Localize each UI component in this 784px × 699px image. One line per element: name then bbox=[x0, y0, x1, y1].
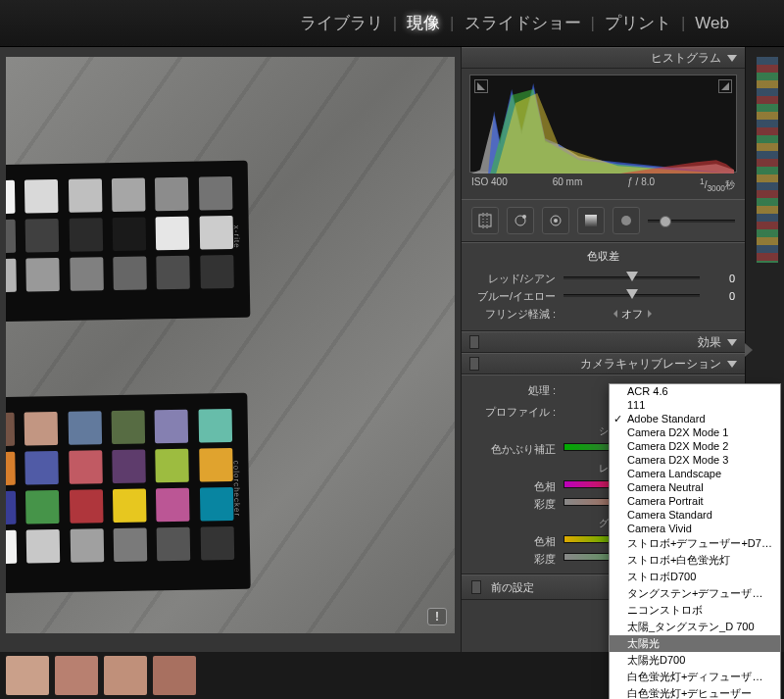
color-patch bbox=[69, 450, 103, 484]
color-patch bbox=[198, 409, 232, 443]
graduated-filter-icon[interactable] bbox=[577, 207, 605, 234]
color-patch bbox=[6, 413, 15, 447]
blue-yellow-value: 0 bbox=[708, 290, 735, 302]
filmstrip-thumb[interactable] bbox=[153, 656, 196, 695]
panel-toggle-icon[interactable] bbox=[469, 357, 479, 371]
red-sat-label: 彩度 bbox=[471, 497, 556, 512]
brush-size-slider[interactable] bbox=[648, 220, 735, 223]
neutral-patch bbox=[25, 219, 60, 253]
module-nav: ライブラリ | 現像 | スライドショー | プリント | Web bbox=[0, 0, 784, 47]
color-patch bbox=[25, 490, 60, 524]
panel-toggle-icon[interactable] bbox=[471, 580, 481, 594]
nav-sep: | bbox=[677, 14, 689, 33]
svg-rect-0 bbox=[479, 215, 491, 226]
profile-option[interactable]: 白色蛍光灯+デヒューザー bbox=[610, 685, 780, 699]
neutral-patch bbox=[6, 180, 15, 215]
color-patch bbox=[26, 529, 61, 564]
expand-chevron-icon[interactable] bbox=[745, 343, 753, 357]
nav-develop[interactable]: 現像 bbox=[401, 12, 446, 34]
profile-option[interactable]: 太陽光D700 bbox=[610, 652, 780, 669]
profile-option[interactable]: Camera Vivid bbox=[610, 522, 780, 535]
red-cyan-label: レッド/シアン bbox=[471, 272, 556, 286]
color-checker-neutral: x-rite bbox=[6, 161, 250, 323]
process-label: 処理 : bbox=[471, 383, 556, 398]
color-patch bbox=[6, 491, 17, 525]
panel-toggle-icon[interactable] bbox=[469, 335, 479, 349]
neutral-patch bbox=[200, 255, 234, 289]
defringe-select[interactable]: オフ bbox=[564, 307, 700, 322]
meta-iso: ISO 400 bbox=[471, 176, 508, 193]
profile-option[interactable]: タングステン+デフューザー+D700 bbox=[610, 585, 780, 602]
neutral-patch bbox=[157, 256, 191, 290]
profile-option[interactable]: Camera D2X Mode 2 bbox=[610, 439, 780, 453]
profile-option[interactable]: Camera Portrait bbox=[610, 494, 780, 508]
profile-option[interactable]: ACR 4.6 bbox=[610, 384, 780, 398]
neutral-patch bbox=[113, 256, 147, 290]
nav-sep: | bbox=[446, 14, 458, 33]
neutral-patch bbox=[26, 258, 61, 292]
histogram-title: ヒストグラム bbox=[651, 50, 721, 67]
blue-yellow-slider[interactable] bbox=[564, 290, 700, 302]
profile-option[interactable]: Camera D2X Mode 3 bbox=[610, 453, 780, 467]
profile-option[interactable]: ストロボ+白色蛍光灯 bbox=[610, 552, 780, 569]
red-cyan-value: 0 bbox=[708, 273, 735, 284]
svg-point-6 bbox=[554, 219, 558, 223]
develop-tool-strip bbox=[462, 199, 745, 242]
histogram-header[interactable]: ヒストグラム bbox=[462, 47, 745, 69]
red-cyan-slider[interactable] bbox=[564, 273, 700, 284]
color-patch bbox=[156, 488, 190, 523]
previous-settings-label: 前の設定 bbox=[491, 580, 534, 595]
profile-option[interactable]: Camera D2X Mode 1 bbox=[610, 425, 780, 439]
histogram-graph[interactable] bbox=[469, 75, 737, 173]
svg-point-8 bbox=[621, 216, 631, 225]
filmstrip-thumb[interactable] bbox=[6, 656, 49, 695]
color-patch bbox=[112, 410, 146, 444]
effects-header[interactable]: 効果 bbox=[462, 331, 745, 353]
calibration-title: カメラキャリブレーション bbox=[580, 356, 721, 373]
profile-option[interactable]: ニコンストロボ bbox=[610, 602, 780, 619]
preview-canvas[interactable]: x-rite colorchecker ! bbox=[6, 57, 455, 633]
profile-option[interactable]: Camera Neutral bbox=[610, 480, 780, 494]
adjustment-brush-icon[interactable] bbox=[612, 207, 640, 234]
shadow-tint-label: 色かぶり補正 bbox=[471, 442, 556, 457]
profile-option[interactable]: 太陽光 bbox=[610, 635, 780, 652]
nav-library[interactable]: ライブラリ bbox=[294, 12, 389, 34]
filmstrip-thumb[interactable] bbox=[104, 656, 147, 695]
collapse-icon bbox=[727, 55, 737, 62]
color-patch bbox=[200, 526, 234, 561]
redeye-tool-icon[interactable] bbox=[542, 207, 569, 234]
profile-option[interactable]: ストロボD700 bbox=[610, 569, 780, 585]
profile-option[interactable]: Camera Standard bbox=[610, 508, 780, 522]
color-patch bbox=[199, 448, 233, 482]
profile-option[interactable]: 111 bbox=[610, 398, 780, 412]
filmstrip-thumb[interactable] bbox=[55, 656, 98, 695]
color-patch bbox=[155, 410, 189, 444]
nav-sep: | bbox=[587, 14, 599, 33]
profile-option[interactable]: 白色蛍光灯+ディフューザー+D700 bbox=[610, 669, 780, 685]
profile-option[interactable]: 太陽_タングステン_D 700 bbox=[610, 619, 780, 635]
nav-web[interactable]: Web bbox=[689, 14, 735, 33]
neutral-patch bbox=[156, 217, 190, 251]
soft-proof-warning-icon[interactable]: ! bbox=[427, 608, 447, 625]
crop-tool-icon[interactable] bbox=[471, 207, 499, 234]
effects-title: 効果 bbox=[698, 334, 721, 351]
profile-dropdown[interactable]: ACR 4.6111Adobe StandardCamera D2X Mode … bbox=[609, 383, 781, 699]
nav-sep: | bbox=[389, 14, 401, 33]
profile-option[interactable]: ストロボ+デフューザー+D700 bbox=[610, 535, 780, 552]
nav-print[interactable]: プリント bbox=[599, 12, 677, 34]
neutral-patch bbox=[69, 218, 103, 252]
profile-option[interactable]: Adobe Standard bbox=[610, 412, 780, 425]
camera-calibration-header[interactable]: カメラキャリブレーション bbox=[462, 353, 745, 374]
spot-removal-icon[interactable] bbox=[507, 207, 534, 234]
profile-option[interactable]: Camera Landscape bbox=[610, 467, 780, 480]
color-patch bbox=[156, 449, 190, 483]
collapse-icon bbox=[727, 361, 737, 368]
chromatic-aberration-section: 色収差 レッド/シアン 0 ブルー/イエロー 0 フリンジ軽減 : オフ bbox=[462, 242, 745, 331]
nav-slideshow[interactable]: スライドショー bbox=[459, 12, 587, 34]
section-title: 色収差 bbox=[471, 249, 735, 264]
color-patch bbox=[70, 489, 104, 524]
color-checker-color: colorchecker bbox=[6, 393, 251, 594]
color-patch bbox=[25, 451, 60, 485]
neutral-patch bbox=[70, 257, 104, 291]
profile-label: プロファイル : bbox=[471, 405, 556, 420]
